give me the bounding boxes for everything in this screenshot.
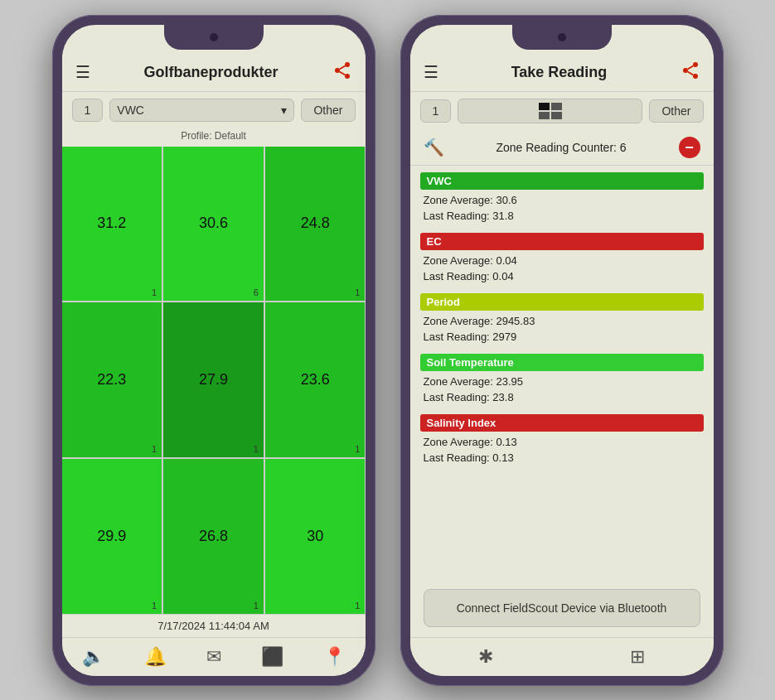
mini-cell-2 <box>551 103 562 110</box>
salinity-label-bar: Salinity Index <box>420 414 704 432</box>
soil-temp-label-bar: Soil Temperature <box>420 354 704 371</box>
nav-bluetooth-icon[interactable]: ✱ <box>478 646 493 668</box>
notch-2 <box>512 25 612 50</box>
measure-type-select[interactable]: VWC ▾ <box>109 99 294 122</box>
page-title-2: Take Reading <box>438 64 681 81</box>
share-icon-2[interactable] <box>681 60 700 84</box>
timestamp-bar: 7/17/2024 11:44:04 AM <box>62 614 366 637</box>
grid-cell-1[interactable]: 30.6 6 <box>163 147 264 302</box>
menu-icon-2[interactable]: ☰ <box>424 62 438 82</box>
header-2: ☰ Take Reading <box>410 54 714 92</box>
mini-grid <box>539 103 562 119</box>
hammer-icon: 🔨 <box>424 138 444 157</box>
svg-line-4 <box>339 65 345 69</box>
header-1: ☰ Golfbaneprodukter <box>62 54 366 92</box>
vwc-details: Zone Average: 30.6 Last Reading: 31.8 <box>420 192 704 224</box>
svg-point-1 <box>335 68 340 73</box>
svg-point-5 <box>693 62 698 67</box>
nav-square-icon[interactable]: ⬛ <box>261 646 283 668</box>
nav-location-icon[interactable]: 📍 <box>323 646 346 668</box>
zone-btn-1[interactable]: 1 <box>72 99 104 122</box>
ec-details: Zone Average: 0.04 Last Reading: 0.04 <box>420 253 704 285</box>
connect-bluetooth-btn[interactable]: Connect FieldScout Device via Bluetooth <box>424 589 700 627</box>
minus-button[interactable]: − <box>679 137 700 158</box>
phone-2-screen: ☰ Take Reading 1 Other <box>410 25 714 676</box>
share-icon-1[interactable] <box>332 60 352 84</box>
notch-1 <box>164 25 264 50</box>
zone-btn-2[interactable]: 1 <box>420 99 452 123</box>
mini-cell-1 <box>539 103 550 110</box>
vwc-label-bar: VWC <box>420 172 704 190</box>
svg-point-7 <box>693 74 698 79</box>
reading-period: Period Zone Average: 2945.83 Last Readin… <box>420 293 704 345</box>
phone-1-screen: ☰ Golfbaneprodukter 1 VWC ▾ Other Profil… <box>62 25 366 676</box>
mini-cell-3 <box>539 112 550 119</box>
camera-1 <box>210 33 218 41</box>
reading-salinity: Salinity Index Zone Average: 0.13 Last R… <box>420 414 704 466</box>
reading-soil-temp: Soil Temperature Zone Average: 23.95 Las… <box>420 354 704 406</box>
nav-bar-2: ✱ ⊞ <box>410 637 714 676</box>
period-details: Zone Average: 2945.83 Last Reading: 2979 <box>420 313 704 345</box>
svg-line-9 <box>687 65 693 69</box>
nav-bar-1: 🔈 🔔 ✉ ⬛ 📍 <box>62 637 366 676</box>
ec-label-bar: EC <box>420 233 704 250</box>
toolbar-1: 1 VWC ▾ Other <box>62 92 366 128</box>
profile-label-1: Profile: Default <box>62 128 366 147</box>
grid-cell-0[interactable]: 31.2 1 <box>62 147 162 302</box>
grid-cell-4[interactable]: 27.9 1 <box>163 302 264 457</box>
grid-cell-7[interactable]: 26.8 1 <box>163 459 264 614</box>
grid-selector-btn[interactable] <box>458 99 642 123</box>
grid-cell-8[interactable]: 30 1 <box>265 459 366 614</box>
toolbar-2: 1 Other <box>410 92 714 130</box>
grid-cell-2[interactable]: 24.8 1 <box>265 147 366 302</box>
nav-grid-icon[interactable]: ⊞ <box>630 646 645 668</box>
svg-point-0 <box>345 62 350 67</box>
svg-point-2 <box>345 74 350 79</box>
nav-mail-icon[interactable]: ✉ <box>206 646 221 668</box>
svg-line-3 <box>339 71 345 75</box>
salinity-details: Zone Average: 0.13 Last Reading: 0.13 <box>420 434 704 466</box>
period-label-bar: Period <box>420 293 704 311</box>
zone-counter-text: Zone Reading Counter: 6 <box>453 141 671 154</box>
menu-icon[interactable]: ☰ <box>75 62 90 82</box>
svg-line-8 <box>687 71 693 75</box>
svg-point-6 <box>683 68 688 73</box>
reading-vwc: VWC Zone Average: 30.6 Last Reading: 31.… <box>420 172 704 224</box>
reading-ec: EC Zone Average: 0.04 Last Reading: 0.04 <box>420 233 704 285</box>
nav-bell-icon[interactable]: 🔔 <box>144 646 167 668</box>
chevron-down-icon: ▾ <box>281 104 287 117</box>
mini-cell-4 <box>551 112 562 119</box>
grid-cell-6[interactable]: 29.9 1 <box>62 459 162 614</box>
nav-volume-icon[interactable]: 🔈 <box>82 646 104 668</box>
phone-2: ☰ Take Reading 1 Other <box>400 15 724 686</box>
readings-list: VWC Zone Average: 30.6 Last Reading: 31.… <box>410 166 714 579</box>
zone-counter-bar: 🔨 Zone Reading Counter: 6 − <box>410 130 714 166</box>
grid-cell-5[interactable]: 23.6 1 <box>265 302 366 457</box>
other-btn-1[interactable]: Other <box>301 99 355 122</box>
other-btn-2[interactable]: Other <box>649 99 703 123</box>
soil-temp-details: Zone Average: 23.95 Last Reading: 23.8 <box>420 374 704 406</box>
phone-1: ☰ Golfbaneprodukter 1 VWC ▾ Other Profil… <box>52 15 375 686</box>
page-title-1: Golfbaneprodukter <box>90 64 332 81</box>
camera-2 <box>558 33 566 41</box>
grid-cell-3[interactable]: 22.3 1 <box>62 302 162 457</box>
grid-1: 31.2 1 30.6 6 24.8 1 22.3 1 27.9 1 23.6 <box>62 147 366 614</box>
